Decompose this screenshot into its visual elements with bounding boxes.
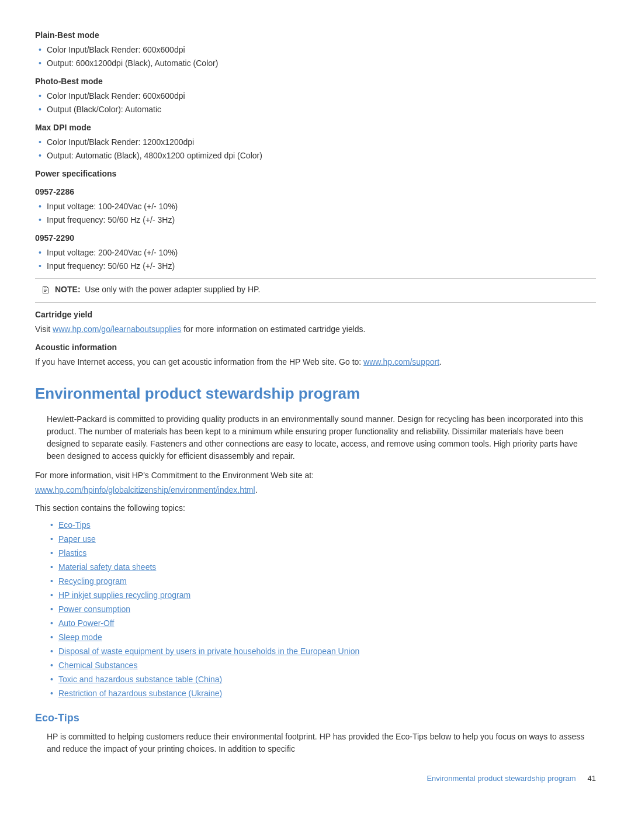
footer-section-label: Environmental product stewardship progra…	[427, 773, 575, 784]
model1-list: Input voltage: 100-240Vac (+/- 10%) Inpu…	[35, 201, 596, 226]
topic-item-msds: Material safety data sheets	[47, 561, 596, 573]
topic-link-auto-power-off[interactable]: Auto Power-Off	[58, 618, 114, 628]
list-item: Output: 600x1200dpi (Black), Automatic (…	[35, 57, 596, 70]
page-footer: Environmental product stewardship progra…	[35, 773, 596, 784]
plain-best-mode-heading: Plain-Best mode	[35, 29, 596, 42]
list-item: Input frequency: 50/60 Hz (+/- 3Hz)	[35, 214, 596, 226]
topic-item-inkjet-recycling: HP inkjet supplies recycling program	[47, 589, 596, 602]
cartridge-yield-section: Cartridge yield Visit www.hp.com/go/lear…	[35, 309, 596, 336]
list-item: Color Input/Black Render: 600x600dpi	[35, 90, 596, 102]
power-specifications-heading: Power specifications	[35, 168, 596, 180]
eco-tips-sub-heading: Eco-Tips	[35, 710, 596, 726]
eco-tips-text: HP is committed to helping customers red…	[47, 731, 596, 755]
max-dpi-mode-section: Max DPI mode Color Input/Black Render: 1…	[35, 122, 596, 162]
topic-item-plastics: Plastics	[47, 547, 596, 559]
topic-link-eco-tips[interactable]: Eco-Tips	[58, 520, 91, 530]
list-item: Input voltage: 100-240Vac (+/- 10%)	[35, 201, 596, 213]
topic-item-disposal: Disposal of waste equipment by users in …	[47, 645, 596, 658]
max-dpi-mode-list: Color Input/Black Render: 1200x1200dpi O…	[35, 136, 596, 162]
topic-item-eco-tips: Eco-Tips	[47, 519, 596, 531]
environmental-intro-paragraph: Hewlett-Packard is committed to providin…	[47, 413, 596, 462]
topic-link-chemical[interactable]: Chemical Substances	[58, 661, 137, 670]
model2-id: 0957-2290	[35, 232, 596, 244]
more-info-text: For more information, visit HP's Commitm…	[35, 469, 596, 482]
model1-id: 0957-2286	[35, 186, 596, 198]
eco-tips-content: HP is committed to helping customers red…	[35, 731, 596, 755]
model2-list: Input voltage: 200-240Vac (+/- 10%) Inpu…	[35, 247, 596, 272]
footer-page-number: 41	[588, 773, 596, 784]
topic-link-plastics[interactable]: Plastics	[58, 548, 86, 558]
plain-best-mode-section: Plain-Best mode Color Input/Black Render…	[35, 29, 596, 70]
plain-best-mode-list: Color Input/Black Render: 600x600dpi Out…	[35, 44, 596, 70]
environmental-intro: Hewlett-Packard is committed to providin…	[35, 413, 596, 462]
topic-link-sleep-mode[interactable]: Sleep mode	[58, 632, 102, 642]
list-item: Input voltage: 200-240Vac (+/- 10%)	[35, 247, 596, 259]
acoustic-information-text: If you have Internet access, you can get…	[35, 356, 596, 368]
topic-item-power-consumption: Power consumption	[47, 603, 596, 616]
note-label: NOTE:	[55, 285, 81, 294]
cartridge-yield-link[interactable]: www.hp.com/go/learnaboutsupplies	[53, 324, 181, 334]
more-info-link-line: www.hp.com/hpinfo/globalcitizenship/envi…	[35, 484, 596, 496]
list-item: Color Input/Black Render: 600x600dpi	[35, 44, 596, 56]
topic-link-disposal[interactable]: Disposal of waste equipment by users in …	[58, 647, 359, 656]
topic-link-recycling[interactable]: Recycling program	[58, 576, 127, 586]
note-content: Use only with the power adapter supplied…	[85, 285, 260, 294]
topic-link-power-consumption[interactable]: Power consumption	[58, 604, 130, 614]
topic-link-ukraine[interactable]: Restriction of hazardous substance (Ukra…	[58, 689, 222, 698]
acoustic-information-section: Acoustic information If you have Interne…	[35, 341, 596, 368]
photo-best-mode-heading: Photo-Best mode	[35, 75, 596, 88]
list-item: Output: Automatic (Black), 4800x1200 opt…	[35, 150, 596, 162]
cartridge-yield-text: Visit www.hp.com/go/learnaboutsupplies f…	[35, 323, 596, 336]
list-item: Output (Black/Color): Automatic	[35, 103, 596, 116]
topic-item-ukraine: Restriction of hazardous substance (Ukra…	[47, 687, 596, 700]
topic-item-paper-use: Paper use	[47, 533, 596, 545]
topic-item-chemical: Chemical Substances	[47, 659, 596, 672]
topic-item-recycling: Recycling program	[47, 575, 596, 587]
power-specifications-section: Power specifications 0957-2286 Input vol…	[35, 168, 596, 272]
cartridge-yield-heading: Cartridge yield	[35, 309, 596, 321]
note-text: NOTE: Use only with the power adapter su…	[55, 284, 260, 296]
more-info-link[interactable]: www.hp.com/hpinfo/globalcitizenship/envi…	[35, 485, 255, 495]
topic-link-inkjet-recycling[interactable]: HP inkjet supplies recycling program	[58, 590, 190, 600]
topics-intro: This section contains the following topi…	[35, 502, 596, 514]
topic-link-paper-use[interactable]: Paper use	[58, 534, 96, 544]
acoustic-information-link[interactable]: www.hp.com/support	[363, 357, 439, 367]
topic-item-china-table: Toxic and hazardous substance table (Chi…	[47, 673, 596, 686]
list-item: Color Input/Black Render: 1200x1200dpi	[35, 136, 596, 148]
photo-best-mode-section: Photo-Best mode Color Input/Black Render…	[35, 75, 596, 116]
topic-item-sleep-mode: Sleep mode	[47, 631, 596, 644]
topic-link-china-table[interactable]: Toxic and hazardous substance table (Chi…	[58, 675, 222, 684]
topic-link-msds[interactable]: Material safety data sheets	[58, 562, 156, 572]
acoustic-information-heading: Acoustic information	[35, 341, 596, 354]
note-icon: 🖹	[41, 284, 50, 298]
topics-list: Eco-Tips Paper use Plastics Material saf…	[47, 519, 596, 700]
environmental-main-heading: Environmental product stewardship progra…	[35, 382, 596, 405]
max-dpi-mode-heading: Max DPI mode	[35, 122, 596, 134]
photo-best-mode-list: Color Input/Black Render: 600x600dpi Out…	[35, 90, 596, 116]
note-box: 🖹 NOTE: Use only with the power adapter …	[35, 278, 596, 303]
list-item: Input frequency: 50/60 Hz (+/- 3Hz)	[35, 260, 596, 272]
topic-item-auto-power-off: Auto Power-Off	[47, 617, 596, 630]
